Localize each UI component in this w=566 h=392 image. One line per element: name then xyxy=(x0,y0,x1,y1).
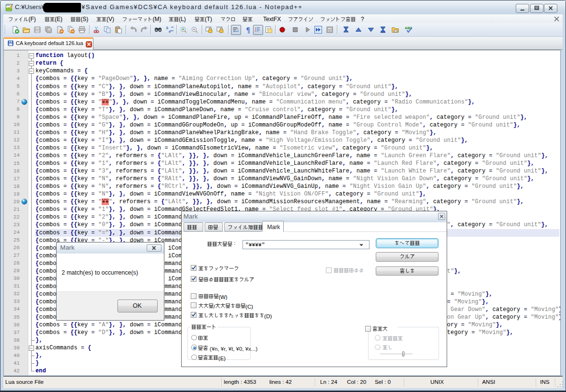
svg-text:¶: ¶ xyxy=(246,26,250,34)
svg-text:b: b xyxy=(166,26,168,30)
svg-text:a: a xyxy=(169,29,171,34)
